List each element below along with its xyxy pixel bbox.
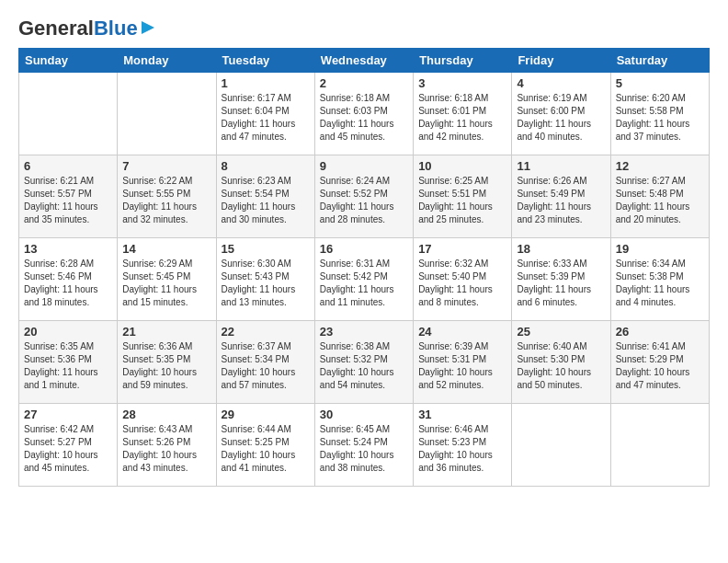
- day-number: 18: [517, 242, 605, 256]
- calendar-cell: 29Sunrise: 6:44 AMSunset: 5:25 PMDayligh…: [216, 404, 314, 487]
- calendar-cell: 23Sunrise: 6:38 AMSunset: 5:32 PMDayligh…: [314, 321, 413, 404]
- calendar-cell: 16Sunrise: 6:31 AMSunset: 5:42 PMDayligh…: [314, 238, 413, 321]
- calendar-cell: 31Sunrise: 6:46 AMSunset: 5:23 PMDayligh…: [414, 404, 512, 487]
- day-number: 12: [616, 159, 704, 173]
- weekday-header: Thursday: [414, 49, 512, 73]
- cell-details: Sunrise: 6:23 AMSunset: 5:54 PMDaylight:…: [222, 175, 310, 226]
- calendar-cell: 27Sunrise: 6:42 AMSunset: 5:27 PMDayligh…: [19, 404, 118, 487]
- calendar-cell: 5Sunrise: 6:20 AMSunset: 5:58 PMDaylight…: [610, 73, 709, 155]
- cell-details: Sunrise: 6:18 AMSunset: 6:01 PMDaylight:…: [418, 92, 506, 144]
- calendar-cell: 28Sunrise: 6:43 AMSunset: 5:26 PMDayligh…: [118, 404, 216, 487]
- calendar-week-row: 1Sunrise: 6:17 AMSunset: 6:04 PMDaylight…: [19, 73, 710, 155]
- day-number: 23: [320, 325, 408, 339]
- day-number: 25: [517, 325, 605, 339]
- cell-details: Sunrise: 6:44 AMSunset: 5:25 PMDaylight:…: [222, 423, 310, 475]
- logo-arrow-icon: [140, 19, 156, 36]
- calendar-cell: 2Sunrise: 6:18 AMSunset: 6:03 PMDaylight…: [314, 73, 413, 155]
- day-number: 9: [320, 159, 408, 173]
- cell-details: Sunrise: 6:24 AMSunset: 5:52 PMDaylight:…: [320, 175, 408, 226]
- weekday-header: Saturday: [610, 49, 709, 73]
- cell-details: Sunrise: 6:20 AMSunset: 5:58 PMDaylight:…: [616, 92, 704, 144]
- calendar-cell: 15Sunrise: 6:30 AMSunset: 5:43 PMDayligh…: [216, 238, 314, 321]
- calendar-cell: [512, 404, 610, 487]
- day-number: 22: [222, 325, 310, 339]
- calendar-cell: 21Sunrise: 6:36 AMSunset: 5:35 PMDayligh…: [118, 321, 216, 404]
- cell-details: Sunrise: 6:22 AMSunset: 5:55 PMDaylight:…: [122, 175, 210, 226]
- cell-details: Sunrise: 6:30 AMSunset: 5:43 PMDaylight:…: [222, 258, 310, 309]
- calendar-cell: 4Sunrise: 6:19 AMSunset: 6:00 PMDaylight…: [512, 73, 610, 155]
- page-header: GeneralBlue: [18, 18, 710, 39]
- calendar-week-row: 20Sunrise: 6:35 AMSunset: 5:36 PMDayligh…: [19, 321, 710, 404]
- day-number: 14: [122, 242, 210, 256]
- calendar-cell: [118, 73, 216, 155]
- day-number: 29: [222, 408, 310, 421]
- cell-details: Sunrise: 6:36 AMSunset: 5:35 PMDaylight:…: [122, 340, 210, 392]
- logo: GeneralBlue: [18, 18, 156, 39]
- calendar-cell: 25Sunrise: 6:40 AMSunset: 5:30 PMDayligh…: [512, 321, 610, 404]
- calendar-cell: 13Sunrise: 6:28 AMSunset: 5:46 PMDayligh…: [19, 238, 118, 321]
- cell-details: Sunrise: 6:25 AMSunset: 5:51 PMDaylight:…: [418, 175, 506, 226]
- cell-details: Sunrise: 6:35 AMSunset: 5:36 PMDaylight:…: [24, 340, 112, 392]
- calendar-cell: [610, 404, 709, 487]
- logo-text: GeneralBlue: [18, 18, 138, 39]
- day-number: 15: [222, 242, 310, 256]
- cell-details: Sunrise: 6:17 AMSunset: 6:04 PMDaylight:…: [222, 92, 310, 144]
- day-number: 19: [616, 242, 704, 256]
- weekday-header: Monday: [118, 49, 216, 73]
- day-number: 3: [418, 76, 506, 90]
- day-number: 5: [616, 76, 704, 90]
- calendar-table: SundayMondayTuesdayWednesdayThursdayFrid…: [18, 48, 710, 487]
- day-number: 4: [517, 76, 605, 90]
- cell-details: Sunrise: 6:42 AMSunset: 5:27 PMDaylight:…: [24, 423, 112, 475]
- calendar-week-row: 27Sunrise: 6:42 AMSunset: 5:27 PMDayligh…: [19, 404, 710, 487]
- calendar-cell: 6Sunrise: 6:21 AMSunset: 5:57 PMDaylight…: [19, 155, 118, 238]
- cell-details: Sunrise: 6:34 AMSunset: 5:38 PMDaylight:…: [616, 258, 704, 309]
- day-number: 13: [24, 242, 112, 256]
- calendar-cell: 3Sunrise: 6:18 AMSunset: 6:01 PMDaylight…: [414, 73, 512, 155]
- calendar-cell: 9Sunrise: 6:24 AMSunset: 5:52 PMDaylight…: [314, 155, 413, 238]
- cell-details: Sunrise: 6:43 AMSunset: 5:26 PMDaylight:…: [122, 423, 210, 475]
- cell-details: Sunrise: 6:46 AMSunset: 5:23 PMDaylight:…: [418, 423, 506, 475]
- day-number: 30: [320, 408, 408, 421]
- day-number: 24: [418, 325, 506, 339]
- calendar-week-row: 13Sunrise: 6:28 AMSunset: 5:46 PMDayligh…: [19, 238, 710, 321]
- day-number: 31: [418, 408, 506, 421]
- cell-details: Sunrise: 6:38 AMSunset: 5:32 PMDaylight:…: [320, 340, 408, 392]
- day-number: 28: [122, 408, 210, 421]
- day-number: 10: [418, 159, 506, 173]
- cell-details: Sunrise: 6:29 AMSunset: 5:45 PMDaylight:…: [122, 258, 210, 309]
- day-number: 21: [122, 325, 210, 339]
- calendar-cell: 20Sunrise: 6:35 AMSunset: 5:36 PMDayligh…: [19, 321, 118, 404]
- calendar-cell: 7Sunrise: 6:22 AMSunset: 5:55 PMDaylight…: [118, 155, 216, 238]
- day-number: 7: [122, 159, 210, 173]
- day-number: 27: [24, 408, 112, 421]
- cell-details: Sunrise: 6:45 AMSunset: 5:24 PMDaylight:…: [320, 423, 408, 475]
- cell-details: Sunrise: 6:31 AMSunset: 5:42 PMDaylight:…: [320, 258, 408, 309]
- day-number: 16: [320, 242, 408, 256]
- cell-details: Sunrise: 6:19 AMSunset: 6:00 PMDaylight:…: [517, 92, 605, 144]
- calendar-cell: [19, 73, 118, 155]
- day-number: 1: [222, 76, 310, 90]
- calendar-cell: 18Sunrise: 6:33 AMSunset: 5:39 PMDayligh…: [512, 238, 610, 321]
- weekday-header: Friday: [512, 49, 610, 73]
- day-number: 8: [222, 159, 310, 173]
- calendar-cell: 30Sunrise: 6:45 AMSunset: 5:24 PMDayligh…: [314, 404, 413, 487]
- cell-details: Sunrise: 6:28 AMSunset: 5:46 PMDaylight:…: [24, 258, 112, 309]
- calendar-header-row: SundayMondayTuesdayWednesdayThursdayFrid…: [19, 49, 710, 73]
- svg-marker-0: [142, 21, 154, 34]
- cell-details: Sunrise: 6:18 AMSunset: 6:03 PMDaylight:…: [320, 92, 408, 144]
- cell-details: Sunrise: 6:26 AMSunset: 5:49 PMDaylight:…: [517, 175, 605, 226]
- cell-details: Sunrise: 6:40 AMSunset: 5:30 PMDaylight:…: [517, 340, 605, 392]
- calendar-cell: 11Sunrise: 6:26 AMSunset: 5:49 PMDayligh…: [512, 155, 610, 238]
- weekday-header: Tuesday: [216, 49, 314, 73]
- cell-details: Sunrise: 6:39 AMSunset: 5:31 PMDaylight:…: [418, 340, 506, 392]
- calendar-cell: 17Sunrise: 6:32 AMSunset: 5:40 PMDayligh…: [414, 238, 512, 321]
- cell-details: Sunrise: 6:41 AMSunset: 5:29 PMDaylight:…: [616, 340, 704, 392]
- day-number: 6: [24, 159, 112, 173]
- calendar-cell: 8Sunrise: 6:23 AMSunset: 5:54 PMDaylight…: [216, 155, 314, 238]
- calendar-cell: 24Sunrise: 6:39 AMSunset: 5:31 PMDayligh…: [414, 321, 512, 404]
- day-number: 2: [320, 76, 408, 90]
- calendar-cell: 12Sunrise: 6:27 AMSunset: 5:48 PMDayligh…: [610, 155, 709, 238]
- calendar-cell: 10Sunrise: 6:25 AMSunset: 5:51 PMDayligh…: [414, 155, 512, 238]
- day-number: 17: [418, 242, 506, 256]
